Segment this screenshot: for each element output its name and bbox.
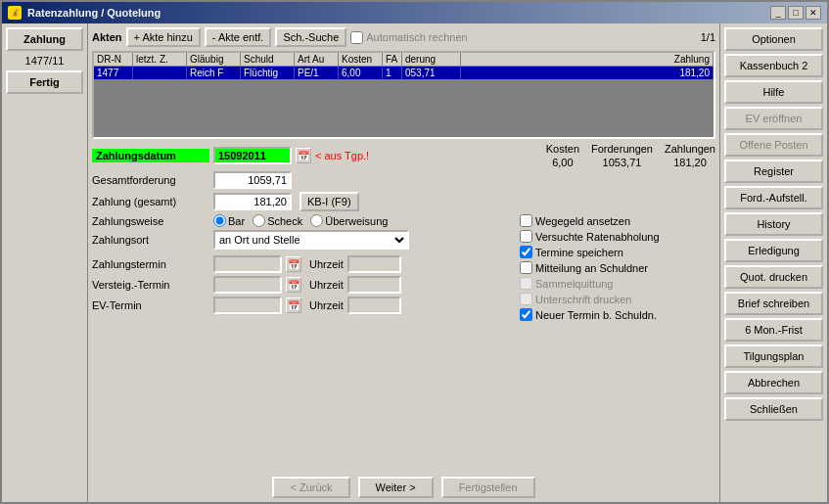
versteig-termin-uhrzeit-input[interactable] [347, 276, 401, 294]
case-number: 1477/11 [6, 55, 83, 67]
fertig-button[interactable]: Fertig [6, 70, 83, 94]
offene-posten-button[interactable]: Offene Posten [724, 133, 823, 157]
cell-letzt-z [133, 67, 187, 79]
neuer-termin-checkbox[interactable] [520, 308, 532, 321]
cell-kosten: 6,00 [339, 67, 383, 79]
wegegeld-checkbox[interactable] [520, 214, 532, 227]
kosten-value: 6,00 [552, 157, 573, 168]
abbrechen-button[interactable]: Abbrechen [724, 371, 823, 394]
kosten-header: Kosten [546, 143, 579, 155]
uhrzeit-label3: Uhrzeit [309, 299, 344, 311]
forderungen-header: Forderungen [591, 143, 653, 155]
mon-frist-button[interactable]: 6 Mon.-Frist [724, 318, 823, 342]
zahlungsdatum-row: Zahlungsdatum 📅 < aus Tgp.! Kosten 6,00 … [92, 143, 715, 168]
table-row[interactable]: 1477 Reich F Flüchtig PE/1 6,00 1 053,71… [94, 67, 714, 79]
gesamtforderung-input[interactable] [213, 171, 292, 189]
zahlungstermin-cal-icon[interactable]: 📅 [286, 256, 301, 272]
termin-section: Zahlungstermin 📅 Uhrzeit Versteig.-Termi… [92, 255, 512, 314]
close-button[interactable]: ✕ [806, 6, 821, 20]
zahlungstermin-input[interactable] [213, 255, 282, 273]
scheck-radio-label: Scheck [253, 214, 302, 227]
cell-zahlung: 181,20 [461, 67, 714, 79]
akten-label: Akten [92, 31, 122, 43]
aus-tgp-label: < aus Tgp.! [315, 150, 369, 161]
ev-termin-input[interactable] [213, 297, 282, 314]
calendar-icon[interactable]: 📅 [296, 148, 311, 163]
versteig-termin-input[interactable] [213, 276, 282, 294]
mitteilung-row: Mitteilung an Schuldner [520, 261, 715, 274]
ueberweisung-radio-label: Überweisung [310, 214, 388, 227]
zahlungsdatum-label: Zahlungsdatum [92, 149, 209, 162]
maximize-button[interactable]: □ [788, 6, 804, 20]
hilfe-button[interactable]: Hilfe [724, 80, 823, 104]
erledigung-button[interactable]: Erledigung [724, 239, 823, 262]
unterschrift-checkbox[interactable] [520, 293, 532, 305]
sammelquittung-row: Sammelquittung [520, 277, 715, 290]
versteig-termin-cal-icon[interactable]: 📅 [286, 277, 301, 293]
right-panel: Optionen Kassenbuch 2 Hilfe EV eröffnen … [719, 23, 827, 502]
neuer-termin-row: Neuer Termin b. Schuldn. [520, 308, 715, 321]
kb-button[interactable]: KB-I (F9) [299, 192, 359, 211]
zahlungen-value: 181,20 [673, 157, 707, 168]
window-title: Ratenzahlung / Quotelung [27, 7, 161, 19]
nav-buttons: < Zurück Weiter > Fertigstellen [92, 477, 715, 498]
tilgungsplan-button[interactable]: Tilgungsplan [724, 344, 823, 368]
auto-rechnen-checkbox[interactable] [350, 31, 363, 44]
zahlung-gesamt-input[interactable] [213, 193, 292, 210]
mitteilung-checkbox[interactable] [520, 261, 532, 274]
center-panel: Akten + Akte hinzu - Akte entf. Sch.-Suc… [88, 23, 719, 502]
ev-termin-label: EV-Termin [92, 299, 209, 311]
scheck-radio[interactable] [253, 214, 265, 227]
col-derung: derung [402, 53, 461, 66]
zahlungsweise-label: Zahlungsweise [92, 215, 209, 227]
zahlung-button[interactable]: Zahlung [6, 27, 83, 51]
weiter-button[interactable]: Weiter > [358, 477, 434, 498]
add-akte-button[interactable]: + Akte hinzu [126, 27, 201, 47]
ev-eroeffnen-button[interactable]: EV eröffnen [724, 107, 823, 130]
ratenabholung-row: Versuchte Ratenabholung [520, 230, 715, 243]
gesamtforderung-label: Gesamtforderung [92, 174, 209, 186]
bar-radio[interactable] [213, 214, 226, 227]
zahlungstermin-label: Zahlungstermin [92, 258, 209, 270]
auto-rechnen-label: Automatisch rechnen [350, 31, 467, 44]
sammelquittung-label: Sammelquittung [535, 278, 614, 290]
ratenabholung-label: Versuchte Ratenabholung [535, 231, 660, 243]
ratenabholung-checkbox[interactable] [520, 230, 532, 243]
zahlungsdatum-input[interactable] [213, 147, 292, 164]
kassenbuch-button[interactable]: Kassenbuch 2 [724, 54, 823, 77]
ev-termin-cal-icon[interactable]: 📅 [286, 298, 301, 313]
zahlung-gesamt-label: Zahlung (gesamt) [92, 196, 209, 207]
col-fa: FA [383, 53, 402, 66]
fertigstellen-button[interactable]: Fertigstellen [441, 477, 535, 498]
brief-schreiben-button[interactable]: Brief schreiben [724, 292, 823, 315]
minimize-button[interactable]: _ [770, 6, 786, 20]
col-gläubig: Gläubig [187, 53, 241, 66]
register-button[interactable]: Register [724, 160, 823, 183]
quot-drucken-button[interactable]: Quot. drucken [724, 265, 823, 289]
termine-checkbox[interactable] [520, 246, 532, 258]
history-button[interactable]: History [724, 212, 823, 236]
zahlungsweise-row: Zahlungsweise Bar Scheck [92, 214, 512, 227]
remove-akte-button[interactable]: - Akte entf. [205, 27, 272, 47]
zahlungsort-select[interactable]: an Ort und Stelle per Post per Bank [213, 230, 409, 250]
ev-termin-row: EV-Termin 📅 Uhrzeit [92, 297, 512, 314]
zahlungstermin-uhrzeit-input[interactable] [347, 255, 401, 273]
search-button[interactable]: Sch.-Suche [275, 27, 346, 47]
ford-aufstell-button[interactable]: Ford.-Aufstell. [724, 186, 823, 209]
cell-dr-n: 1477 [94, 67, 133, 79]
optionen-button[interactable]: Optionen [724, 27, 823, 51]
ev-termin-uhrzeit-input[interactable] [347, 297, 401, 314]
col-kosten: Kosten [339, 53, 383, 66]
left-panel: Zahlung 1477/11 Fertig [2, 23, 88, 502]
table-header: DR-N letzt. Z. Gläubig Schuld Art Au Kos… [94, 53, 714, 67]
zurueck-button[interactable]: < Zurück [272, 477, 349, 498]
form-area: Zahlungsdatum 📅 < aus Tgp.! Kosten 6,00 … [92, 143, 715, 473]
table-area: DR-N letzt. Z. Gläubig Schuld Art Au Kos… [92, 51, 715, 139]
col-zahlung: Zahlung [461, 53, 714, 66]
sammelquittung-checkbox[interactable] [520, 277, 532, 290]
schliessen-button[interactable]: Schließen [724, 397, 823, 421]
checkboxes-panel: Wegegeld ansetzen Versuchte Ratenabholun… [520, 214, 715, 324]
ueberweisung-radio[interactable] [310, 214, 323, 227]
col-art-au: Art Au [295, 53, 339, 66]
cell-gläubig: Reich F [187, 67, 241, 79]
